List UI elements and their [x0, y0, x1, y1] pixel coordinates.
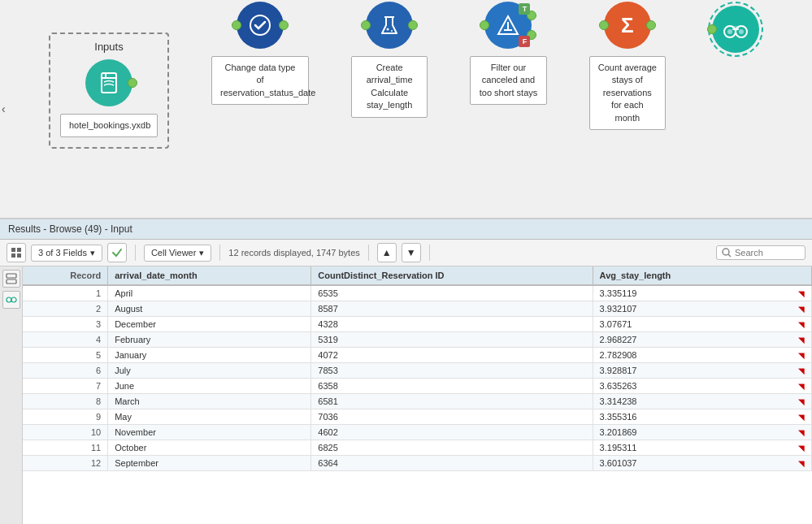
col-header-avg: Avg_stay_length — [593, 266, 811, 285]
table-row[interactable]: 7June63583.635263◥ — [23, 379, 812, 394]
create-arrival-circle[interactable] — [366, 2, 413, 49]
separator-3 — [368, 245, 369, 261]
binoculars-icon — [722, 15, 749, 43]
cell-month: October — [108, 440, 311, 456]
inputs-label: Inputs — [94, 41, 123, 53]
input-pip-4 — [480, 20, 489, 30]
separator-4 — [429, 245, 430, 261]
table-row[interactable]: 8March65813.314238◥ — [23, 394, 812, 409]
cell-count: 7036 — [311, 409, 593, 425]
search-input[interactable] — [735, 248, 800, 258]
create-arrival-label: Create arrival_time Calculate stay_lengt… — [351, 56, 428, 118]
cell-count: 6825 — [311, 440, 593, 456]
table-row[interactable]: 9May70363.355316◥ — [23, 409, 812, 425]
svg-point-15 — [739, 29, 744, 34]
scroll-up-button[interactable]: ▲ — [377, 243, 397, 262]
scroll-left-icon[interactable]: ‹ — [2, 102, 6, 115]
cell-month: January — [108, 348, 311, 363]
col-header-month: arrival_date_month — [108, 266, 311, 285]
results-panel: Results - Browse (49) - Input 3 of 3 Fie… — [0, 219, 812, 524]
overflow-flag: ◥ — [798, 366, 805, 375]
svg-point-14 — [727, 29, 732, 34]
cell-avg: 3.601037◥ — [593, 456, 811, 471]
cell-month: February — [108, 332, 311, 348]
svg-rect-19 — [17, 253, 21, 258]
cell-avg: 3.314238◥ — [593, 394, 811, 409]
summarize-circle[interactable]: Σ — [604, 2, 651, 49]
table-row[interactable]: 5January40722.782908◥ — [23, 348, 812, 363]
results-table: Record arrival_date_month CountDistinct_… — [23, 266, 812, 471]
overflow-flag: ◥ — [798, 305, 805, 314]
cell-count: 8587 — [311, 301, 593, 317]
confirm-icon — [111, 247, 123, 258]
input-pip-6 — [707, 24, 717, 34]
overflow-flag: ◥ — [798, 428, 805, 437]
results-toolbar: 3 of 3 Fields ▾ Cell Viewer ▾ 12 records… — [0, 240, 812, 266]
browse-node[interactable] — [708, 2, 763, 57]
cell-viewer-label: Cell Viewer — [151, 248, 196, 258]
table-row[interactable]: 1April65353.335119◥ — [23, 285, 812, 301]
search-icon — [722, 248, 732, 258]
filter-node[interactable]: T F Filter our canceled and too short st… — [470, 2, 546, 105]
svg-rect-17 — [17, 248, 21, 252]
fields-dropdown-icon: ▾ — [90, 248, 95, 258]
grid-view-button[interactable] — [7, 243, 26, 262]
scroll-down-button[interactable]: ▼ — [402, 243, 421, 262]
cell-count: 6364 — [311, 456, 593, 471]
table-row[interactable]: 10November46023.201869◥ — [23, 425, 812, 440]
output-pip-3 — [408, 20, 418, 30]
output-pip-2 — [279, 20, 289, 30]
svg-point-25 — [11, 297, 16, 302]
confirm-button[interactable] — [107, 243, 127, 262]
browse-outer — [708, 2, 763, 57]
canvas-area: ‹ Inputs hotel_bookings.yxdb — [0, 0, 812, 219]
checkmark-icon — [247, 12, 273, 38]
records-info: 12 records displayed, 1747 bytes — [228, 248, 359, 258]
filter-circle[interactable]: T F — [484, 2, 532, 49]
column-view-button[interactable] — [2, 291, 20, 309]
input-node-circle[interactable] — [85, 59, 132, 106]
cell-record: 11 — [23, 440, 108, 456]
input-node[interactable]: hotel_bookings.yxdb — [60, 59, 158, 137]
side-icons — [0, 266, 23, 524]
cell-month: June — [108, 379, 311, 394]
row-view-icon — [6, 273, 17, 284]
cell-viewer-button[interactable]: Cell Viewer ▾ — [144, 245, 211, 262]
flask-icon — [376, 12, 402, 38]
row-view-button[interactable] — [2, 270, 20, 288]
svg-rect-18 — [11, 253, 15, 258]
overflow-flag: ◥ — [798, 397, 805, 406]
table-row[interactable]: 3December43283.07671◥ — [23, 317, 812, 332]
cell-count: 6581 — [311, 394, 593, 409]
table-row[interactable]: 12September63643.601037◥ — [23, 456, 812, 471]
cell-month: July — [108, 363, 311, 379]
svg-rect-16 — [11, 248, 15, 252]
cell-month: April — [108, 285, 311, 301]
input-pip-2 — [232, 20, 241, 30]
create-arrival-node[interactable]: Create arrival_time Calculate stay_lengt… — [351, 2, 428, 118]
input-pip-5 — [599, 20, 609, 30]
results-header: Results - Browse (49) - Input — [0, 219, 812, 240]
table-row[interactable]: 2August85873.932107◥ — [23, 301, 812, 317]
cell-viewer-dropdown-icon: ▾ — [199, 248, 204, 258]
svg-point-6 — [391, 30, 393, 32]
column-view-icon — [6, 294, 17, 305]
browse-circle[interactable] — [712, 6, 759, 53]
table-row[interactable]: 11October68253.195311◥ — [23, 440, 812, 456]
table-row[interactable]: 6July78533.928817◥ — [23, 363, 812, 379]
change-type-node[interactable]: Change data type of reservation_status_d… — [211, 2, 309, 105]
search-box[interactable] — [716, 245, 805, 260]
change-type-circle[interactable] — [237, 2, 284, 49]
cell-record: 8 — [23, 394, 108, 409]
svg-point-5 — [387, 28, 389, 31]
summarize-node[interactable]: Σ Count average stays of reservations fo… — [589, 2, 666, 130]
svg-rect-23 — [7, 279, 16, 284]
cell-avg: 3.201869◥ — [593, 425, 811, 440]
cell-record: 1 — [23, 285, 108, 301]
svg-point-20 — [723, 249, 729, 255]
table-header-row: Record arrival_date_month CountDistinct_… — [23, 266, 812, 285]
fields-button[interactable]: 3 of 3 Fields ▾ — [31, 245, 102, 262]
book-icon — [96, 70, 122, 96]
table-row[interactable]: 4February53192.968227◥ — [23, 332, 812, 348]
overflow-flag: ◥ — [798, 351, 805, 360]
